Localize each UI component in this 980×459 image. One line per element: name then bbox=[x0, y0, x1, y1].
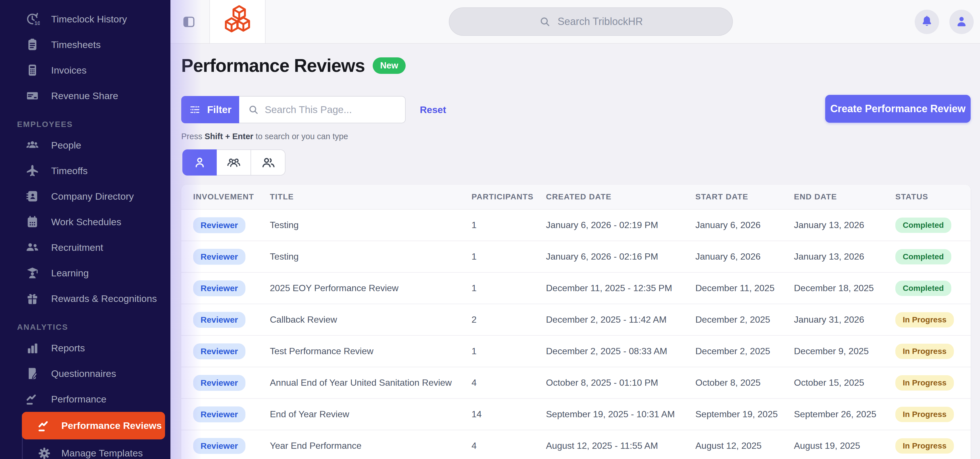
title-cell: Testing bbox=[270, 220, 471, 230]
filter-button-label: Filter bbox=[207, 104, 232, 115]
sidebar-item-timeclock-history[interactable]: 10Timeclock History bbox=[0, 6, 170, 32]
start-date-cell: September 19, 2025 bbox=[695, 409, 794, 419]
status-badge: In Progress bbox=[895, 312, 954, 327]
timeoffs-icon bbox=[25, 163, 40, 178]
sidebar-item-performance-reviews[interactable]: Performance Reviews bbox=[22, 412, 165, 439]
sidebar-item-label: People bbox=[51, 140, 81, 151]
page-title: Performance Reviews bbox=[181, 55, 365, 76]
involvement-badge: Reviewer bbox=[193, 375, 245, 391]
table-header-row: INVOLVEMENTTITLEPARTICIPANTSCREATED DATE… bbox=[181, 184, 970, 210]
start-date-cell: December 2, 2025 bbox=[695, 314, 794, 325]
created-date-cell: October 8, 2025 - 01:10 PM bbox=[546, 378, 695, 388]
title-cell: End of Year Review bbox=[270, 409, 471, 419]
sidebar-item-label: Recruitment bbox=[51, 242, 103, 253]
involvement-tabs bbox=[182, 149, 285, 176]
participants-cell: 1 bbox=[471, 220, 546, 230]
hint-shortcut: Shift + Enter bbox=[205, 132, 253, 141]
involvement-tab-1[interactable] bbox=[182, 149, 217, 176]
involvement-tab-2[interactable] bbox=[217, 149, 251, 176]
sidebar-item-label: Company Directory bbox=[51, 191, 134, 202]
timesheets-icon bbox=[25, 37, 40, 52]
sidebar: 10Timeclock HistoryTimesheetsInvoicesRev… bbox=[0, 0, 170, 459]
table-row[interactable]: ReviewerTesting1January 6, 2026 - 02:19 … bbox=[181, 210, 970, 241]
title-cell: Testing bbox=[270, 251, 471, 262]
table-row[interactable]: ReviewerEnd of Year Review14September 19… bbox=[181, 399, 970, 430]
table-row[interactable]: Reviewer2025 EOY Performance Review1Dece… bbox=[181, 273, 970, 304]
table-row[interactable]: ReviewerTest Performance Review1December… bbox=[181, 336, 970, 367]
start-date-cell: January 6, 2026 bbox=[695, 220, 794, 230]
table-row[interactable]: ReviewerCallback Review2December 2, 2025… bbox=[181, 304, 970, 336]
sidebar-item-timesheets[interactable]: Timesheets bbox=[0, 32, 170, 57]
sidebar-item-company-directory[interactable]: Company Directory bbox=[0, 184, 170, 209]
app-logo[interactable] bbox=[209, 0, 266, 43]
global-search-input[interactable]: Search TriblockHR bbox=[449, 7, 733, 36]
involvement-badge: Reviewer bbox=[193, 407, 245, 422]
reset-link[interactable]: Reset bbox=[420, 96, 446, 123]
end-date-cell: January 31, 2026 bbox=[794, 314, 895, 325]
timeclock-history-icon: 10 bbox=[25, 12, 40, 26]
sidebar-item-label: Timesheets bbox=[51, 39, 100, 50]
filter-button[interactable]: Filter bbox=[181, 96, 239, 123]
column-header-participants: PARTICIPANTS bbox=[471, 192, 546, 202]
end-date-cell: December 9, 2025 bbox=[794, 346, 895, 356]
sidebar-item-reports[interactable]: Reports bbox=[0, 335, 170, 361]
sidebar-item-people[interactable]: People bbox=[0, 132, 170, 158]
created-date-cell: September 19, 2025 - 10:31 AM bbox=[546, 409, 695, 419]
end-date-cell: December 18, 2025 bbox=[794, 283, 895, 294]
sidebar-item-label: Learning bbox=[51, 268, 89, 279]
sidebar-section-label-analytics: ANALYTICS bbox=[0, 319, 170, 335]
sidebar-item-manage-templates[interactable]: Manage Templates bbox=[0, 439, 170, 459]
sidebar-item-invoices[interactable]: Invoices bbox=[0, 57, 170, 83]
end-date-cell: October 15, 2025 bbox=[794, 378, 895, 388]
notifications-button[interactable] bbox=[915, 10, 939, 34]
hint-suffix: to search or you can type bbox=[253, 132, 348, 141]
search-icon bbox=[248, 104, 259, 115]
new-badge: New bbox=[373, 57, 406, 74]
revenue-share-icon bbox=[25, 88, 40, 103]
search-icon bbox=[539, 16, 551, 27]
sidebar-item-rewards-recognitions[interactable]: Rewards & Recognitions bbox=[0, 286, 170, 311]
sidebar-item-recruitment[interactable]: Recruitment bbox=[0, 235, 170, 260]
column-header-involvement: INVOLVEMENT bbox=[193, 192, 270, 202]
participants-cell: 2 bbox=[471, 314, 546, 325]
reviews-table: INVOLVEMENTTITLEPARTICIPANTSCREATED DATE… bbox=[181, 184, 970, 459]
participants-cell: 1 bbox=[471, 251, 546, 262]
sidebar-item-learning[interactable]: Learning bbox=[0, 260, 170, 286]
sidebar-item-performance[interactable]: Performance bbox=[0, 386, 170, 412]
sidebar-item-label: Reports bbox=[51, 343, 85, 354]
global-search-placeholder: Search TriblockHR bbox=[558, 16, 643, 27]
involvement-badge: Reviewer bbox=[193, 217, 245, 233]
end-date-cell: September 26, 2025 bbox=[794, 409, 895, 419]
start-date-cell: December 2, 2025 bbox=[695, 346, 794, 356]
participants-cell: 4 bbox=[471, 378, 546, 388]
sidebar-item-timeoffs[interactable]: Timeoffs bbox=[0, 158, 170, 184]
people-two-icon bbox=[261, 156, 275, 169]
created-date-cell: December 11, 2025 - 12:35 PM bbox=[546, 283, 695, 294]
start-date-cell: January 6, 2026 bbox=[695, 251, 794, 262]
table-row[interactable]: ReviewerTesting1January 6, 2026 - 02:16 … bbox=[181, 241, 970, 273]
created-date-cell: January 6, 2026 - 02:16 PM bbox=[546, 251, 695, 262]
table-row[interactable]: ReviewerAnnual End of Year United Sanita… bbox=[181, 367, 970, 399]
person-icon bbox=[193, 156, 207, 169]
involvement-tab-3[interactable] bbox=[251, 149, 285, 176]
sidebar-item-work-schedules[interactable]: Work Schedules bbox=[0, 209, 170, 235]
column-header-status: STATUS bbox=[895, 192, 970, 202]
sidebar-section-label-employees: EMPLOYEES bbox=[0, 116, 170, 132]
status-badge: Completed bbox=[895, 249, 951, 264]
created-date-cell: August 12, 2025 - 11:55 AM bbox=[546, 440, 695, 451]
involvement-badge: Reviewer bbox=[193, 438, 245, 454]
account-button[interactable] bbox=[949, 10, 974, 34]
rewards-icon bbox=[25, 291, 40, 306]
sidebar-item-label: Questionnaires bbox=[51, 368, 116, 379]
people-icon bbox=[25, 138, 40, 152]
sidebar-item-revenue-share[interactable]: Revenue Share bbox=[0, 83, 170, 108]
sidebar-collapse-button[interactable] bbox=[178, 11, 199, 32]
create-performance-review-button[interactable]: Create Performance Review bbox=[825, 95, 970, 123]
end-date-cell: January 13, 2026 bbox=[794, 251, 895, 262]
topbar: Search TriblockHR bbox=[170, 0, 980, 44]
title-cell: 2025 EOY Performance Review bbox=[270, 283, 471, 294]
page-search-input[interactable] bbox=[265, 104, 390, 115]
sidebar-item-questionnaires[interactable]: Questionnaires bbox=[0, 361, 170, 386]
table-row[interactable]: ReviewerYear End Performance4August 12, … bbox=[181, 430, 970, 459]
status-badge: In Progress bbox=[895, 344, 954, 359]
